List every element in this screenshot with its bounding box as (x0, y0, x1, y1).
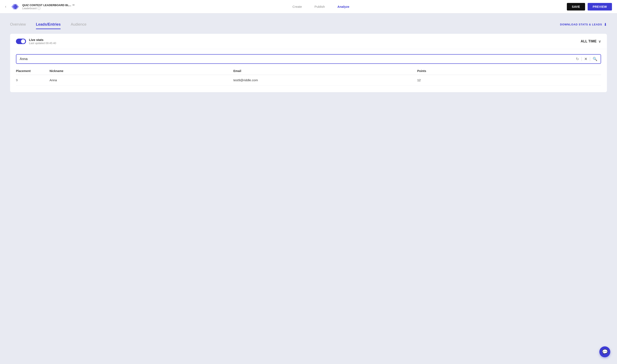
table-area: Placement Nickname Email Points 9 Anna t… (10, 67, 607, 92)
live-stats-toggle[interactable] (16, 39, 26, 44)
chat-button[interactable]: 💬 (599, 346, 610, 357)
cell-points: 12 (417, 78, 601, 82)
live-stats-bar: Live stats Last updated 09:45:40 ALL TIM… (10, 34, 607, 49)
all-time-dropdown[interactable]: ALL TIME ∨ (581, 39, 601, 44)
live-stats-title: Live stats (29, 38, 56, 41)
cell-nickname: Anna (50, 78, 233, 82)
nav-publish[interactable]: Publish (315, 4, 325, 9)
top-navigation: ‹ QUIZ CONTEST LEADERBOARD BL... ✏ Leade… (0, 0, 617, 13)
edit-icon[interactable]: ✏ (72, 3, 75, 7)
leaderboard-label: Leaderboard i (22, 7, 75, 10)
download-label[interactable]: DOWNLOAD STATS & LEADS (560, 23, 602, 26)
download-icon[interactable]: ⬇ (604, 22, 607, 27)
preview-button[interactable]: PREVIEW (588, 3, 612, 11)
all-time-label: ALL TIME (581, 39, 597, 43)
quiz-title: QUIZ CONTEST LEADERBOARD BL... ✏ (22, 3, 75, 7)
logo-area: ‹ QUIZ CONTEST LEADERBOARD BL... ✏ Leade… (5, 2, 75, 11)
search-icon[interactable]: 🔍 (593, 57, 597, 61)
table-row: 9 Anna test9@riddle.com 12 (16, 75, 601, 85)
col-email: Email (233, 69, 417, 73)
nav-create[interactable]: Create (293, 4, 302, 9)
save-button[interactable]: SAVE (567, 3, 585, 11)
download-stats-leads[interactable]: DOWNLOAD STATS & LEADS ⬇ (560, 22, 607, 27)
col-points: Points (417, 69, 601, 73)
nav-analyze[interactable]: Analyze (337, 4, 349, 9)
clear-icon[interactable]: ✕ (584, 57, 587, 61)
nav-actions: SAVE PREVIEW (567, 3, 612, 11)
chat-icon: 💬 (602, 349, 608, 354)
refresh-icon[interactable]: ↻ (576, 57, 579, 61)
back-arrow[interactable]: ‹ (5, 4, 6, 9)
search-input[interactable] (20, 57, 574, 61)
table-header: Placement Nickname Email Points (16, 67, 601, 75)
main-card: Live stats Last updated 09:45:40 ALL TIM… (10, 34, 607, 92)
app-logo[interactable] (11, 2, 20, 11)
cell-email: test9@riddle.com (233, 78, 417, 82)
info-icon[interactable]: i (37, 7, 40, 10)
tabs-row: Overview Leads/Entries Audience DOWNLOAD… (10, 20, 607, 29)
col-nickname: Nickname (50, 69, 233, 73)
tab-overview[interactable]: Overview (10, 20, 26, 29)
table-body: 9 Anna test9@riddle.com 12 (16, 75, 601, 85)
main-content: Overview Leads/Entries Audience DOWNLOAD… (0, 13, 617, 99)
live-stats-text: Live stats Last updated 09:45:40 (29, 38, 56, 45)
search-divider (581, 57, 582, 61)
col-placement: Placement (16, 69, 50, 73)
live-stats-subtitle: Last updated 09:45:40 (29, 41, 56, 45)
nav-center: Create Publish Analyze (75, 4, 567, 9)
tab-leads-entries[interactable]: Leads/Entries (36, 20, 61, 29)
logo-text: QUIZ CONTEST LEADERBOARD BL... ✏ Leaderb… (22, 3, 75, 10)
search-box: ↻ ✕ 🔍 (16, 54, 601, 64)
cell-placement: 9 (16, 78, 50, 82)
chevron-down-icon: ∨ (598, 39, 601, 44)
search-area: ↻ ✕ 🔍 (10, 49, 607, 67)
tab-audience[interactable]: Audience (71, 20, 87, 29)
